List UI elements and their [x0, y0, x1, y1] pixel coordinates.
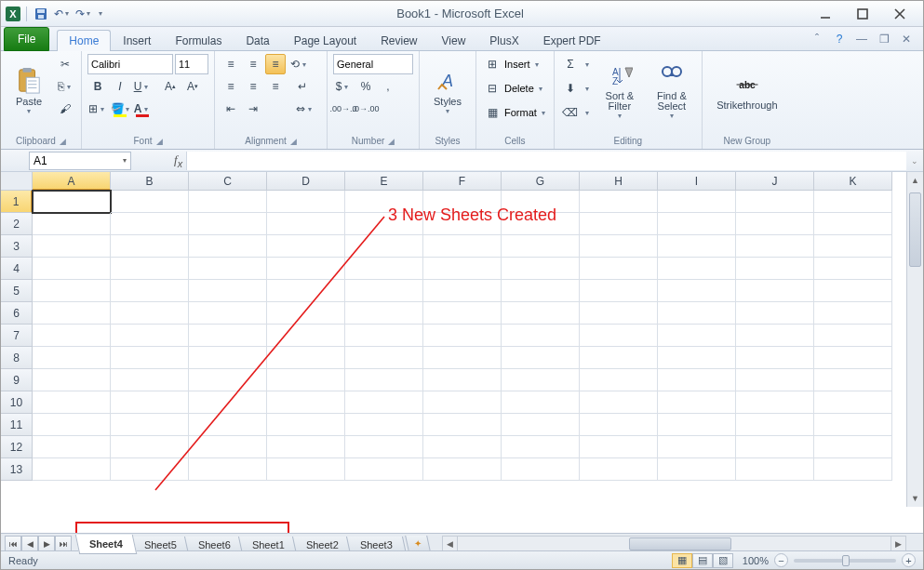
cell[interactable]: [658, 436, 736, 458]
increase-decimal-icon[interactable]: .00→.0: [333, 99, 354, 119]
cell[interactable]: [33, 280, 111, 302]
cell[interactable]: [502, 414, 580, 436]
tab-data[interactable]: Data: [234, 30, 281, 51]
strikethrough-button[interactable]: abc Strikethrough: [708, 54, 786, 128]
cell[interactable]: [502, 191, 580, 213]
scroll-left-icon[interactable]: ◀: [443, 537, 458, 551]
cell[interactable]: [658, 458, 736, 481]
new-sheet-button[interactable]: ✦: [406, 536, 432, 551]
cell[interactable]: [814, 302, 892, 325]
cell[interactable]: [736, 369, 814, 391]
maximize-button[interactable]: [852, 4, 873, 24]
zoom-out-icon[interactable]: −: [774, 553, 788, 567]
row-header[interactable]: 5: [1, 280, 33, 302]
cell[interactable]: [189, 325, 267, 347]
cell[interactable]: [33, 391, 111, 414]
cell[interactable]: [580, 280, 658, 302]
cell[interactable]: [736, 302, 814, 325]
align-bottom-icon[interactable]: ≡: [265, 54, 286, 74]
cell[interactable]: [814, 235, 892, 258]
cell[interactable]: [111, 191, 189, 213]
font-launcher-icon[interactable]: ◢: [156, 137, 163, 146]
tab-page-layout[interactable]: Page Layout: [282, 30, 368, 51]
cell[interactable]: [33, 325, 111, 347]
decrease-font-icon[interactable]: A▾: [182, 76, 203, 97]
cell[interactable]: [345, 235, 423, 258]
paste-button[interactable]: Paste ▾: [7, 54, 51, 128]
minimize-button[interactable]: [815, 4, 836, 24]
zoom-in-icon[interactable]: +: [902, 553, 916, 567]
cell[interactable]: [423, 458, 502, 481]
delete-cells-icon[interactable]: ⊟: [482, 78, 502, 99]
cell[interactable]: [267, 213, 345, 235]
cell[interactable]: [423, 213, 502, 235]
column-header[interactable]: I: [658, 172, 736, 191]
cell[interactable]: [502, 436, 580, 458]
cells-area[interactable]: [33, 191, 906, 507]
first-sheet-nav-icon[interactable]: ⏮: [5, 536, 21, 552]
fill-icon[interactable]: ⬇: [560, 78, 581, 99]
cell[interactable]: [189, 347, 267, 369]
cell[interactable]: [111, 258, 189, 280]
cell[interactable]: [267, 414, 345, 436]
cell[interactable]: [267, 258, 345, 280]
cell[interactable]: [33, 191, 111, 213]
cell[interactable]: [345, 325, 423, 347]
cell[interactable]: [814, 458, 892, 481]
cell[interactable]: [345, 458, 423, 481]
cell[interactable]: [736, 213, 814, 235]
row-header[interactable]: 4: [1, 258, 33, 280]
scroll-up-icon[interactable]: ▲: [907, 172, 923, 189]
cell[interactable]: [33, 369, 111, 391]
column-header[interactable]: D: [267, 172, 345, 191]
hscroll-thumb[interactable]: [629, 537, 731, 550]
cell[interactable]: [658, 414, 736, 436]
column-header[interactable]: A: [33, 172, 111, 191]
align-center-icon[interactable]: ≡: [243, 76, 263, 97]
cell[interactable]: [658, 235, 736, 258]
save-icon[interactable]: [32, 5, 50, 23]
cell[interactable]: [189, 213, 267, 235]
cell[interactable]: [111, 436, 189, 458]
cell[interactable]: [33, 414, 111, 436]
cell[interactable]: [502, 213, 580, 235]
cell[interactable]: [111, 325, 189, 347]
close-button[interactable]: [890, 4, 910, 24]
fill-color-icon[interactable]: 🪣▾: [110, 99, 130, 119]
cell[interactable]: [423, 280, 502, 302]
window-close2-icon[interactable]: ✕: [899, 32, 914, 46]
row-header[interactable]: 7: [1, 325, 33, 347]
cell[interactable]: [189, 369, 267, 391]
cell[interactable]: [423, 347, 502, 369]
cell[interactable]: [33, 213, 111, 235]
cell[interactable]: [111, 235, 189, 258]
cell[interactable]: [580, 414, 658, 436]
font-size-combo[interactable]: [175, 54, 208, 74]
wrap-text-icon[interactable]: ↵: [289, 76, 315, 97]
cell[interactable]: [189, 458, 267, 481]
zoom-handle[interactable]: [842, 555, 850, 566]
cell[interactable]: [267, 235, 345, 258]
row-header[interactable]: 10: [1, 391, 33, 414]
page-break-view-icon[interactable]: ▧: [713, 553, 733, 568]
column-header[interactable]: H: [580, 172, 658, 191]
cell[interactable]: [111, 347, 189, 369]
cell[interactable]: [502, 235, 580, 258]
cell[interactable]: [189, 280, 267, 302]
increase-font-icon[interactable]: A▴: [160, 76, 181, 97]
cell[interactable]: [814, 436, 892, 458]
format-painter-icon[interactable]: 🖌: [55, 99, 75, 119]
cell[interactable]: [658, 280, 736, 302]
tab-file[interactable]: File: [4, 27, 49, 51]
cell[interactable]: [736, 391, 814, 414]
cell[interactable]: [502, 369, 580, 391]
cell[interactable]: [111, 369, 189, 391]
cut-icon[interactable]: ✂: [55, 54, 75, 74]
cell[interactable]: [423, 235, 502, 258]
cell[interactable]: [580, 213, 658, 235]
cell[interactable]: [189, 302, 267, 325]
cell[interactable]: [423, 258, 502, 280]
column-header[interactable]: C: [189, 172, 267, 191]
tab-expert-pdf[interactable]: Expert PDF: [531, 30, 613, 51]
cell[interactable]: [423, 302, 502, 325]
